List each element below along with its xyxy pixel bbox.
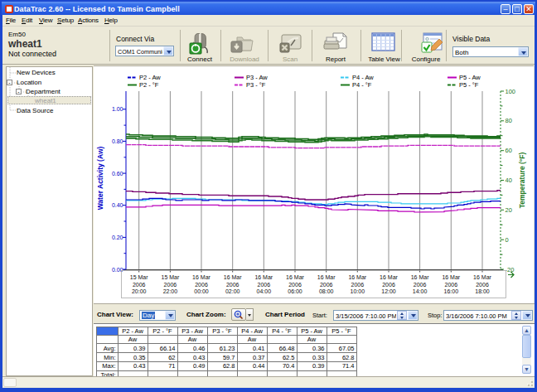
svg-text:80: 80 [506, 117, 512, 124]
svg-text:P5 - Aw: P5 - Aw [459, 74, 481, 81]
svg-text:02:00: 02:00 [225, 288, 240, 294]
svg-text:P3 - °F: P3 - °F [246, 81, 266, 89]
svg-text:2006: 2006 [195, 282, 208, 288]
svg-text:2006: 2006 [414, 282, 427, 288]
svg-text:16 Mar: 16 Mar [317, 274, 336, 280]
svg-text:P5 - °F: P5 - °F [459, 81, 479, 89]
svg-text:16 Mar: 16 Mar [224, 274, 242, 280]
svg-text:0.40: 0.40 [112, 202, 123, 208]
svg-text:Water Activity (Aw): Water Activity (Aw) [96, 146, 104, 210]
svg-text:16 Mar: 16 Mar [286, 274, 304, 280]
svg-text:100: 100 [506, 88, 516, 95]
svg-text:2006: 2006 [445, 282, 458, 288]
svg-text:16:00: 16:00 [444, 288, 459, 294]
svg-text:-20: -20 [506, 266, 515, 273]
svg-text:0.60: 0.60 [112, 171, 123, 177]
svg-text:12:00: 12:00 [381, 288, 396, 294]
svg-text:0.20: 0.20 [112, 235, 123, 240]
svg-text:16 Mar: 16 Mar [254, 274, 273, 280]
svg-text:20: 20 [506, 206, 512, 214]
svg-text:2006: 2006 [476, 282, 489, 288]
svg-text:08:00: 08:00 [319, 288, 334, 294]
svg-text:2006: 2006 [320, 282, 333, 288]
svg-text:2006: 2006 [133, 282, 146, 288]
svg-text:16 Mar: 16 Mar [473, 274, 491, 280]
svg-text:18:00: 18:00 [475, 288, 490, 294]
svg-text:P2 - Aw: P2 - Aw [139, 74, 161, 81]
svg-text:22:00: 22:00 [163, 288, 178, 294]
svg-text:06:00: 06:00 [288, 288, 302, 294]
svg-text:2006: 2006 [382, 282, 395, 288]
svg-text:P4 - Aw: P4 - Aw [352, 74, 374, 81]
svg-text:2006: 2006 [288, 282, 302, 288]
svg-text:16 Mar: 16 Mar [442, 274, 460, 280]
svg-text:16 Mar: 16 Mar [348, 274, 366, 280]
svg-text:15 Mar: 15 Mar [162, 274, 180, 280]
svg-text:16 Mar: 16 Mar [411, 274, 429, 280]
svg-text:P3 - Aw: P3 - Aw [246, 74, 268, 81]
svg-text:Temperature (°F): Temperature (°F) [518, 152, 526, 209]
svg-text:10:00: 10:00 [351, 288, 365, 294]
svg-text:1.00: 1.00 [112, 106, 123, 112]
svg-text:2006: 2006 [258, 282, 271, 288]
svg-text:P2 - °F: P2 - °F [139, 81, 159, 89]
svg-text:14:00: 14:00 [413, 288, 428, 294]
svg-text:40: 40 [506, 177, 512, 184]
svg-text:20:00: 20:00 [132, 288, 147, 294]
svg-text:2006: 2006 [164, 282, 177, 288]
svg-text:16 Mar: 16 Mar [192, 274, 210, 280]
svg-text:0.80: 0.80 [112, 138, 123, 144]
svg-text:04:00: 04:00 [257, 288, 272, 294]
svg-text:2006: 2006 [351, 282, 365, 288]
svg-text:P4 - °F: P4 - °F [352, 81, 372, 89]
svg-text:2006: 2006 [226, 282, 239, 288]
svg-text:15 Mar: 15 Mar [130, 274, 148, 280]
svg-text:60: 60 [506, 147, 512, 154]
svg-text:00:00: 00:00 [194, 288, 209, 294]
svg-text:0: 0 [506, 236, 509, 244]
svg-text:16 Mar: 16 Mar [380, 274, 398, 280]
